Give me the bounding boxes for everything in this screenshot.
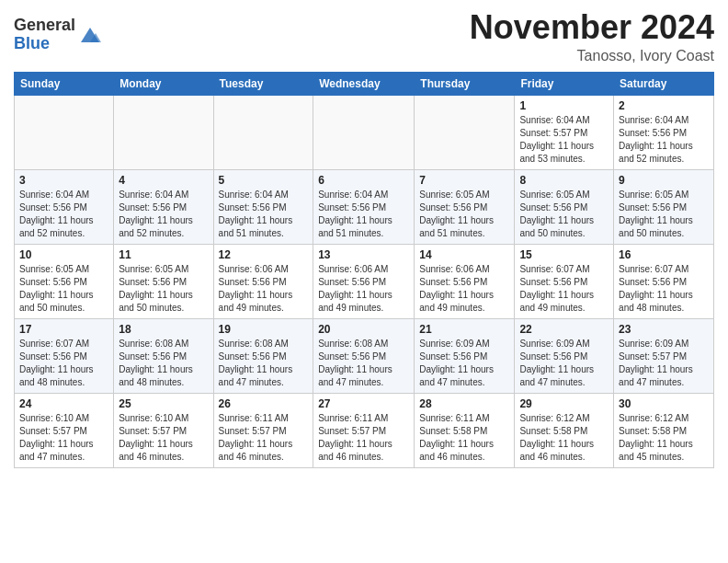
- calendar-table: Sunday Monday Tuesday Wednesday Thursday…: [14, 72, 714, 468]
- day-number: 27: [318, 397, 409, 410]
- day-number: 11: [119, 248, 208, 261]
- day-info: Sunrise: 6:09 AMSunset: 5:57 PMDaylight:…: [619, 338, 709, 389]
- day-number: 19: [219, 323, 309, 336]
- day-info: Sunrise: 6:10 AMSunset: 5:57 PMDaylight:…: [19, 412, 108, 464]
- calendar-cell: 18Sunrise: 6:08 AMSunset: 5:56 PMDayligh…: [114, 318, 213, 393]
- calendar-cell: 4Sunrise: 6:04 AMSunset: 5:56 PMDaylight…: [114, 169, 213, 244]
- header-saturday: Saturday: [614, 72, 714, 95]
- calendar-cell: 10Sunrise: 6:05 AMSunset: 5:56 PMDayligh…: [15, 244, 114, 318]
- logo: General Blue: [14, 17, 103, 53]
- calendar-cell: 6Sunrise: 6:04 AMSunset: 5:56 PMDaylight…: [313, 169, 415, 244]
- day-number: 23: [619, 323, 709, 336]
- day-info: Sunrise: 6:11 AMSunset: 5:58 PMDaylight:…: [419, 412, 509, 464]
- calendar-cell: [15, 95, 114, 169]
- day-number: 26: [219, 397, 309, 410]
- day-info: Sunrise: 6:10 AMSunset: 5:57 PMDaylight:…: [119, 412, 208, 464]
- day-info: Sunrise: 6:05 AMSunset: 5:56 PMDaylight:…: [619, 189, 709, 240]
- calendar-cell: 5Sunrise: 6:04 AMSunset: 5:56 PMDaylight…: [213, 169, 313, 244]
- day-number: 2: [619, 99, 709, 112]
- day-number: 20: [318, 323, 409, 336]
- day-info: Sunrise: 6:08 AMSunset: 5:56 PMDaylight:…: [219, 338, 309, 389]
- day-info: Sunrise: 6:09 AMSunset: 5:56 PMDaylight:…: [419, 338, 509, 389]
- calendar-cell: [114, 95, 213, 169]
- day-info: Sunrise: 6:08 AMSunset: 5:56 PMDaylight:…: [119, 338, 208, 389]
- day-number: 5: [219, 174, 309, 187]
- day-info: Sunrise: 6:05 AMSunset: 5:56 PMDaylight:…: [19, 263, 108, 315]
- weekday-header-row: Sunday Monday Tuesday Wednesday Thursday…: [15, 72, 714, 95]
- calendar-cell: [213, 95, 313, 169]
- calendar-cell: 29Sunrise: 6:12 AMSunset: 5:58 PMDayligh…: [515, 393, 614, 467]
- calendar-cell: 28Sunrise: 6:11 AMSunset: 5:58 PMDayligh…: [415, 393, 515, 467]
- day-info: Sunrise: 6:04 AMSunset: 5:57 PMDaylight:…: [519, 114, 609, 166]
- day-info: Sunrise: 6:04 AMSunset: 5:56 PMDaylight:…: [318, 189, 409, 240]
- calendar-cell: 25Sunrise: 6:10 AMSunset: 5:57 PMDayligh…: [114, 393, 213, 467]
- header-monday: Monday: [114, 72, 213, 95]
- calendar-cell: 11Sunrise: 6:05 AMSunset: 5:56 PMDayligh…: [114, 244, 213, 318]
- calendar-cell: 17Sunrise: 6:07 AMSunset: 5:56 PMDayligh…: [15, 318, 114, 393]
- day-info: Sunrise: 6:07 AMSunset: 5:56 PMDaylight:…: [619, 263, 709, 315]
- day-number: 18: [119, 323, 208, 336]
- day-number: 17: [19, 323, 108, 336]
- calendar-cell: 27Sunrise: 6:11 AMSunset: 5:57 PMDayligh…: [313, 393, 415, 467]
- day-number: 3: [19, 174, 108, 187]
- calendar-body: 1Sunrise: 6:04 AMSunset: 5:57 PMDaylight…: [15, 95, 714, 467]
- calendar-cell: 13Sunrise: 6:06 AMSunset: 5:56 PMDayligh…: [313, 244, 415, 318]
- header: General Blue November 2024 Tanosso, Ivor…: [14, 9, 714, 64]
- day-number: 4: [119, 174, 208, 187]
- day-number: 14: [419, 248, 509, 261]
- day-info: Sunrise: 6:04 AMSunset: 5:56 PMDaylight:…: [119, 189, 208, 240]
- logo-blue-text: Blue: [14, 34, 50, 52]
- calendar-cell: [415, 95, 515, 169]
- calendar-cell: 20Sunrise: 6:08 AMSunset: 5:56 PMDayligh…: [313, 318, 415, 393]
- header-tuesday: Tuesday: [213, 72, 313, 95]
- day-info: Sunrise: 6:09 AMSunset: 5:56 PMDaylight:…: [519, 338, 609, 389]
- logo-icon: [77, 22, 103, 48]
- calendar-cell: 19Sunrise: 6:08 AMSunset: 5:56 PMDayligh…: [213, 318, 313, 393]
- day-info: Sunrise: 6:11 AMSunset: 5:57 PMDaylight:…: [318, 412, 409, 464]
- day-number: 13: [318, 248, 409, 261]
- logo-general-text: General: [14, 16, 75, 34]
- header-sunday: Sunday: [15, 72, 114, 95]
- day-number: 29: [519, 397, 609, 410]
- day-info: Sunrise: 6:04 AMSunset: 5:56 PMDaylight:…: [219, 189, 309, 240]
- calendar-week-row: 1Sunrise: 6:04 AMSunset: 5:57 PMDaylight…: [15, 95, 714, 169]
- calendar-cell: 12Sunrise: 6:06 AMSunset: 5:56 PMDayligh…: [213, 244, 313, 318]
- day-number: 12: [219, 248, 309, 261]
- calendar-cell: 30Sunrise: 6:12 AMSunset: 5:58 PMDayligh…: [614, 393, 714, 467]
- day-info: Sunrise: 6:06 AMSunset: 5:56 PMDaylight:…: [318, 263, 409, 315]
- calendar-week-row: 24Sunrise: 6:10 AMSunset: 5:57 PMDayligh…: [15, 393, 714, 467]
- day-info: Sunrise: 6:11 AMSunset: 5:57 PMDaylight:…: [219, 412, 309, 464]
- calendar-cell: 7Sunrise: 6:05 AMSunset: 5:56 PMDaylight…: [415, 169, 515, 244]
- day-info: Sunrise: 6:07 AMSunset: 5:56 PMDaylight:…: [19, 338, 108, 389]
- day-info: Sunrise: 6:05 AMSunset: 5:56 PMDaylight:…: [419, 189, 509, 240]
- calendar-week-row: 3Sunrise: 6:04 AMSunset: 5:56 PMDaylight…: [15, 169, 714, 244]
- day-info: Sunrise: 6:07 AMSunset: 5:56 PMDaylight:…: [519, 263, 609, 315]
- day-number: 28: [419, 397, 509, 410]
- calendar-cell: 9Sunrise: 6:05 AMSunset: 5:56 PMDaylight…: [614, 169, 714, 244]
- day-number: 21: [419, 323, 509, 336]
- page: General Blue November 2024 Tanosso, Ivor…: [0, 0, 728, 563]
- day-number: 25: [119, 397, 208, 410]
- calendar-cell: 23Sunrise: 6:09 AMSunset: 5:57 PMDayligh…: [614, 318, 714, 393]
- calendar-cell: 3Sunrise: 6:04 AMSunset: 5:56 PMDaylight…: [15, 169, 114, 244]
- day-number: 15: [519, 248, 609, 261]
- title-block: November 2024 Tanosso, Ivory Coast: [470, 9, 714, 64]
- calendar-cell: 1Sunrise: 6:04 AMSunset: 5:57 PMDaylight…: [515, 95, 614, 169]
- header-friday: Friday: [515, 72, 614, 95]
- day-info: Sunrise: 6:06 AMSunset: 5:56 PMDaylight:…: [219, 263, 309, 315]
- day-info: Sunrise: 6:12 AMSunset: 5:58 PMDaylight:…: [519, 412, 609, 464]
- calendar-cell: 21Sunrise: 6:09 AMSunset: 5:56 PMDayligh…: [415, 318, 515, 393]
- day-info: Sunrise: 6:04 AMSunset: 5:56 PMDaylight:…: [19, 189, 108, 240]
- calendar-cell: 16Sunrise: 6:07 AMSunset: 5:56 PMDayligh…: [614, 244, 714, 318]
- day-info: Sunrise: 6:12 AMSunset: 5:58 PMDaylight:…: [619, 412, 709, 464]
- day-info: Sunrise: 6:04 AMSunset: 5:56 PMDaylight:…: [619, 114, 709, 166]
- day-info: Sunrise: 6:08 AMSunset: 5:56 PMDaylight:…: [318, 338, 409, 389]
- header-wednesday: Wednesday: [313, 72, 415, 95]
- calendar-cell: 14Sunrise: 6:06 AMSunset: 5:56 PMDayligh…: [415, 244, 515, 318]
- day-number: 30: [619, 397, 709, 410]
- header-thursday: Thursday: [415, 72, 515, 95]
- day-number: 7: [419, 174, 509, 187]
- calendar-cell: 26Sunrise: 6:11 AMSunset: 5:57 PMDayligh…: [213, 393, 313, 467]
- day-number: 24: [19, 397, 108, 410]
- calendar-header: Sunday Monday Tuesday Wednesday Thursday…: [15, 72, 714, 95]
